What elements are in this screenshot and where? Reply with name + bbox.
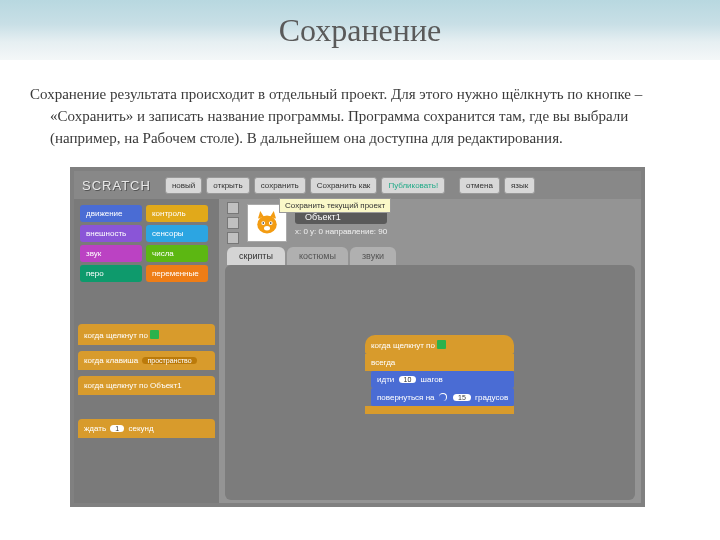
cat-icon [252, 208, 282, 238]
save-tooltip: Сохранить текущий проект [279, 198, 391, 213]
cancel-button[interactable]: отмена [459, 177, 500, 194]
category-operators[interactable]: числа [146, 245, 208, 262]
wait-seconds-slot: 1 [110, 425, 124, 432]
block-label-unit: секунд [129, 424, 154, 433]
svg-point-5 [263, 223, 265, 225]
publish-button[interactable]: Публиковать! [381, 177, 445, 194]
open-button[interactable]: открыть [206, 177, 249, 194]
block-wait[interactable]: ждать 1 секунд [78, 419, 215, 438]
turn-arc-icon [439, 393, 447, 401]
slide-title: Сохранение [279, 12, 442, 49]
tool-icon[interactable] [227, 202, 239, 214]
svg-point-0 [257, 216, 277, 234]
block-label: повернуться на [377, 393, 435, 402]
category-variables[interactable]: переменные [146, 265, 208, 282]
scratch-logo: SCRATCH [82, 178, 151, 193]
script-turn-block[interactable]: повернуться на 15 градусов [371, 388, 514, 406]
tab-costumes[interactable]: костюмы [287, 247, 348, 265]
category-motion[interactable]: движение [80, 205, 142, 222]
language-button[interactable]: язык [504, 177, 535, 194]
category-looks[interactable]: внешность [80, 225, 142, 242]
block-label: когда щелкнут по [371, 341, 435, 350]
save-as-button[interactable]: Сохранить как [310, 177, 378, 194]
toolbar: SCRATCH новый открыть сохранить Сохранит… [74, 171, 641, 199]
script-forever-block[interactable]: всегда [365, 354, 514, 371]
block-label: идти [377, 375, 394, 384]
key-slot: пространство [142, 357, 196, 364]
svg-point-6 [270, 223, 272, 225]
flag-icon [150, 330, 159, 339]
block-label: когда клавиша [84, 356, 138, 365]
save-button[interactable]: сохранить [254, 177, 306, 194]
block-palette: движение контроль внешность сенсоры звук… [74, 199, 219, 503]
turn-degrees-slot: 15 [453, 394, 471, 401]
block-when-flag[interactable]: когда щелкнут по [78, 324, 215, 345]
new-button[interactable]: новый [165, 177, 202, 194]
title-band: Сохранение [0, 0, 720, 60]
scratch-screenshot: SCRATCH новый открыть сохранить Сохранит… [70, 167, 645, 507]
script-area[interactable]: когда щелкнут по всегда идти 10 шагов по… [225, 265, 635, 500]
category-pen[interactable]: перо [80, 265, 142, 282]
sprite-coords: x: 0 y: 0 направление: 90 [295, 227, 387, 236]
svg-point-7 [264, 226, 270, 231]
tool-icon[interactable] [227, 232, 239, 244]
category-sound[interactable]: звук [80, 245, 142, 262]
tab-sounds[interactable]: звуки [350, 247, 396, 265]
category-sensing[interactable]: сенсоры [146, 225, 208, 242]
script-move-block[interactable]: идти 10 шагов [371, 371, 514, 388]
main-area: Объект1 x: 0 y: 0 направление: 90 скрипт… [219, 199, 641, 503]
tool-icon[interactable] [227, 217, 239, 229]
block-when-key[interactable]: когда клавиша пространство [78, 351, 215, 370]
block-label: ждать [84, 424, 106, 433]
flag-icon [437, 340, 446, 349]
block-when-sprite[interactable]: когда щелкнут по Объект1 [78, 376, 215, 395]
block-label: градусов [475, 393, 508, 402]
block-label: шагов [421, 375, 443, 384]
tab-scripts[interactable]: скрипты [227, 247, 285, 265]
category-control[interactable]: контроль [146, 205, 208, 222]
slide-paragraph: Сохранение результата происходит в отдел… [20, 60, 720, 159]
script-stack[interactable]: когда щелкнут по всегда идти 10 шагов по… [365, 335, 514, 414]
script-hat-block[interactable]: когда щелкнут по [365, 335, 514, 354]
script-c-cap[interactable] [365, 406, 514, 414]
block-label: когда щелкнут по [84, 331, 148, 340]
move-steps-slot: 10 [399, 376, 417, 383]
